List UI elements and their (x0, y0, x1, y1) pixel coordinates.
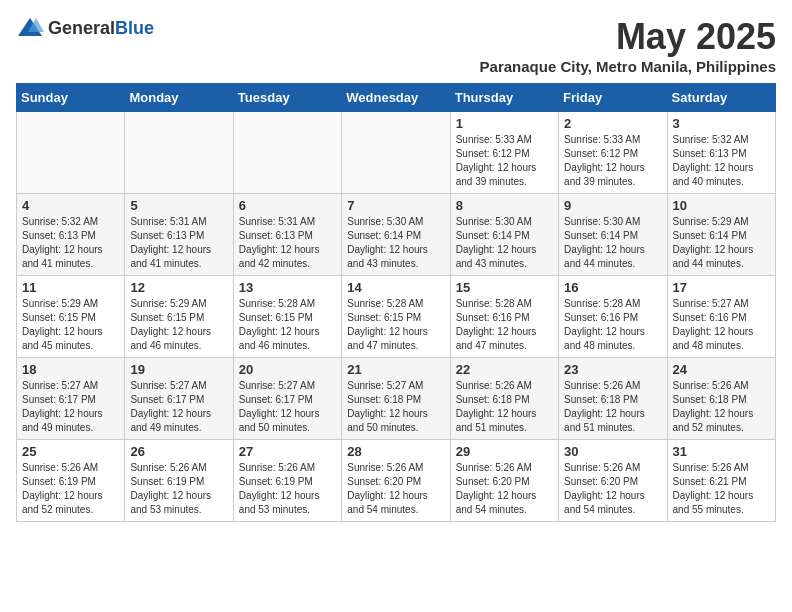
col-header-friday: Friday (559, 84, 667, 112)
day-number: 31 (673, 444, 770, 459)
day-info: Sunrise: 5:27 AMSunset: 6:18 PMDaylight:… (347, 379, 444, 435)
day-info: Sunrise: 5:26 AMSunset: 6:19 PMDaylight:… (130, 461, 227, 517)
day-info: Sunrise: 5:28 AMSunset: 6:16 PMDaylight:… (564, 297, 661, 353)
calendar-header-row: SundayMondayTuesdayWednesdayThursdayFrid… (17, 84, 776, 112)
logo-blue: Blue (115, 18, 154, 38)
day-number: 4 (22, 198, 119, 213)
day-info: Sunrise: 5:26 AMSunset: 6:18 PMDaylight:… (673, 379, 770, 435)
calendar-cell (233, 112, 341, 194)
col-header-sunday: Sunday (17, 84, 125, 112)
day-info: Sunrise: 5:29 AMSunset: 6:15 PMDaylight:… (130, 297, 227, 353)
calendar-cell: 12Sunrise: 5:29 AMSunset: 6:15 PMDayligh… (125, 276, 233, 358)
calendar-cell: 24Sunrise: 5:26 AMSunset: 6:18 PMDayligh… (667, 358, 775, 440)
day-info: Sunrise: 5:27 AMSunset: 6:17 PMDaylight:… (239, 379, 336, 435)
day-number: 27 (239, 444, 336, 459)
day-info: Sunrise: 5:26 AMSunset: 6:18 PMDaylight:… (456, 379, 553, 435)
calendar-cell: 2Sunrise: 5:33 AMSunset: 6:12 PMDaylight… (559, 112, 667, 194)
day-info: Sunrise: 5:29 AMSunset: 6:15 PMDaylight:… (22, 297, 119, 353)
calendar-cell: 13Sunrise: 5:28 AMSunset: 6:15 PMDayligh… (233, 276, 341, 358)
col-header-thursday: Thursday (450, 84, 558, 112)
logo-icon (16, 16, 44, 40)
calendar-cell: 25Sunrise: 5:26 AMSunset: 6:19 PMDayligh… (17, 440, 125, 522)
day-info: Sunrise: 5:33 AMSunset: 6:12 PMDaylight:… (456, 133, 553, 189)
day-info: Sunrise: 5:29 AMSunset: 6:14 PMDaylight:… (673, 215, 770, 271)
calendar-cell: 30Sunrise: 5:26 AMSunset: 6:20 PMDayligh… (559, 440, 667, 522)
calendar-cell: 7Sunrise: 5:30 AMSunset: 6:14 PMDaylight… (342, 194, 450, 276)
calendar-cell: 27Sunrise: 5:26 AMSunset: 6:19 PMDayligh… (233, 440, 341, 522)
calendar-cell: 16Sunrise: 5:28 AMSunset: 6:16 PMDayligh… (559, 276, 667, 358)
day-number: 2 (564, 116, 661, 131)
day-info: Sunrise: 5:26 AMSunset: 6:19 PMDaylight:… (22, 461, 119, 517)
day-info: Sunrise: 5:28 AMSunset: 6:16 PMDaylight:… (456, 297, 553, 353)
day-info: Sunrise: 5:26 AMSunset: 6:20 PMDaylight:… (347, 461, 444, 517)
day-number: 7 (347, 198, 444, 213)
day-info: Sunrise: 5:31 AMSunset: 6:13 PMDaylight:… (239, 215, 336, 271)
day-number: 9 (564, 198, 661, 213)
logo-general: General (48, 18, 115, 38)
day-number: 23 (564, 362, 661, 377)
day-number: 21 (347, 362, 444, 377)
day-number: 20 (239, 362, 336, 377)
day-number: 19 (130, 362, 227, 377)
day-number: 1 (456, 116, 553, 131)
day-info: Sunrise: 5:26 AMSunset: 6:19 PMDaylight:… (239, 461, 336, 517)
calendar-cell: 14Sunrise: 5:28 AMSunset: 6:15 PMDayligh… (342, 276, 450, 358)
calendar-cell: 4Sunrise: 5:32 AMSunset: 6:13 PMDaylight… (17, 194, 125, 276)
day-number: 26 (130, 444, 227, 459)
col-header-monday: Monday (125, 84, 233, 112)
calendar-cell: 5Sunrise: 5:31 AMSunset: 6:13 PMDaylight… (125, 194, 233, 276)
calendar: SundayMondayTuesdayWednesdayThursdayFrid… (16, 83, 776, 522)
calendar-cell: 6Sunrise: 5:31 AMSunset: 6:13 PMDaylight… (233, 194, 341, 276)
calendar-cell: 15Sunrise: 5:28 AMSunset: 6:16 PMDayligh… (450, 276, 558, 358)
logo: GeneralBlue (16, 16, 154, 40)
calendar-cell: 22Sunrise: 5:26 AMSunset: 6:18 PMDayligh… (450, 358, 558, 440)
calendar-cell: 10Sunrise: 5:29 AMSunset: 6:14 PMDayligh… (667, 194, 775, 276)
calendar-cell: 3Sunrise: 5:32 AMSunset: 6:13 PMDaylight… (667, 112, 775, 194)
calendar-cell: 20Sunrise: 5:27 AMSunset: 6:17 PMDayligh… (233, 358, 341, 440)
day-number: 16 (564, 280, 661, 295)
day-number: 29 (456, 444, 553, 459)
day-number: 6 (239, 198, 336, 213)
day-number: 10 (673, 198, 770, 213)
day-number: 5 (130, 198, 227, 213)
day-number: 17 (673, 280, 770, 295)
day-info: Sunrise: 5:28 AMSunset: 6:15 PMDaylight:… (239, 297, 336, 353)
day-number: 18 (22, 362, 119, 377)
location: Paranaque City, Metro Manila, Philippine… (480, 58, 776, 75)
calendar-cell: 28Sunrise: 5:26 AMSunset: 6:20 PMDayligh… (342, 440, 450, 522)
day-info: Sunrise: 5:30 AMSunset: 6:14 PMDaylight:… (456, 215, 553, 271)
day-info: Sunrise: 5:32 AMSunset: 6:13 PMDaylight:… (22, 215, 119, 271)
calendar-cell (125, 112, 233, 194)
calendar-cell: 17Sunrise: 5:27 AMSunset: 6:16 PMDayligh… (667, 276, 775, 358)
col-header-tuesday: Tuesday (233, 84, 341, 112)
day-number: 13 (239, 280, 336, 295)
calendar-cell: 31Sunrise: 5:26 AMSunset: 6:21 PMDayligh… (667, 440, 775, 522)
calendar-cell: 9Sunrise: 5:30 AMSunset: 6:14 PMDaylight… (559, 194, 667, 276)
calendar-cell: 21Sunrise: 5:27 AMSunset: 6:18 PMDayligh… (342, 358, 450, 440)
calendar-week-row: 1Sunrise: 5:33 AMSunset: 6:12 PMDaylight… (17, 112, 776, 194)
day-number: 22 (456, 362, 553, 377)
day-info: Sunrise: 5:27 AMSunset: 6:17 PMDaylight:… (22, 379, 119, 435)
day-number: 12 (130, 280, 227, 295)
calendar-cell: 29Sunrise: 5:26 AMSunset: 6:20 PMDayligh… (450, 440, 558, 522)
day-info: Sunrise: 5:28 AMSunset: 6:15 PMDaylight:… (347, 297, 444, 353)
calendar-cell: 11Sunrise: 5:29 AMSunset: 6:15 PMDayligh… (17, 276, 125, 358)
day-info: Sunrise: 5:26 AMSunset: 6:20 PMDaylight:… (564, 461, 661, 517)
calendar-cell: 23Sunrise: 5:26 AMSunset: 6:18 PMDayligh… (559, 358, 667, 440)
day-number: 25 (22, 444, 119, 459)
day-info: Sunrise: 5:31 AMSunset: 6:13 PMDaylight:… (130, 215, 227, 271)
col-header-saturday: Saturday (667, 84, 775, 112)
day-number: 3 (673, 116, 770, 131)
day-info: Sunrise: 5:32 AMSunset: 6:13 PMDaylight:… (673, 133, 770, 189)
calendar-week-row: 4Sunrise: 5:32 AMSunset: 6:13 PMDaylight… (17, 194, 776, 276)
calendar-week-row: 11Sunrise: 5:29 AMSunset: 6:15 PMDayligh… (17, 276, 776, 358)
day-number: 11 (22, 280, 119, 295)
day-info: Sunrise: 5:33 AMSunset: 6:12 PMDaylight:… (564, 133, 661, 189)
calendar-cell: 1Sunrise: 5:33 AMSunset: 6:12 PMDaylight… (450, 112, 558, 194)
day-info: Sunrise: 5:27 AMSunset: 6:16 PMDaylight:… (673, 297, 770, 353)
calendar-cell: 18Sunrise: 5:27 AMSunset: 6:17 PMDayligh… (17, 358, 125, 440)
calendar-cell: 8Sunrise: 5:30 AMSunset: 6:14 PMDaylight… (450, 194, 558, 276)
day-info: Sunrise: 5:27 AMSunset: 6:17 PMDaylight:… (130, 379, 227, 435)
day-number: 24 (673, 362, 770, 377)
day-number: 28 (347, 444, 444, 459)
